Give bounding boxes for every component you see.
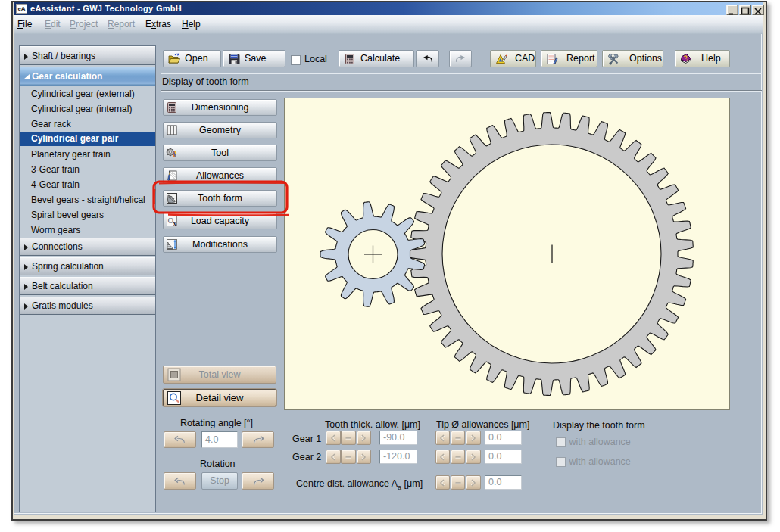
svg-text:x: x xyxy=(173,220,176,227)
